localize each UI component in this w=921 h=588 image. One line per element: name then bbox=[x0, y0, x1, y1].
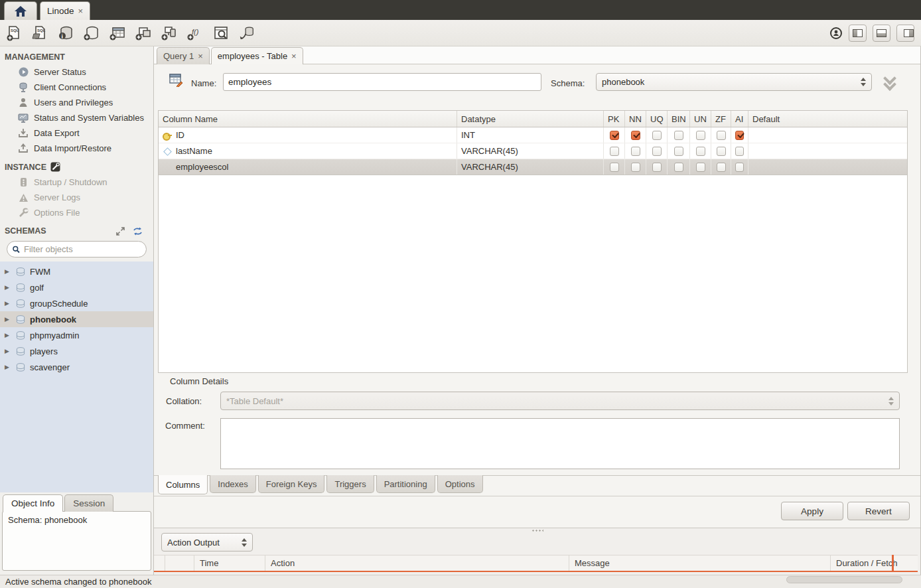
close-icon[interactable]: × bbox=[78, 8, 83, 15]
tab-options[interactable]: Options bbox=[437, 475, 483, 493]
new-sql-tab-icon[interactable]: SQL bbox=[5, 25, 23, 42]
zf-checkbox[interactable] bbox=[717, 163, 726, 172]
un-checkbox[interactable] bbox=[696, 163, 705, 172]
sidebar-item-server-logs[interactable]: Server Logs bbox=[0, 190, 153, 205]
output-view-select[interactable]: Action Output bbox=[161, 533, 253, 551]
reconnect-dbms-icon[interactable] bbox=[238, 25, 255, 42]
instance-section-header: INSTANCE bbox=[0, 156, 153, 175]
expander-icon[interactable]: ▶ bbox=[5, 316, 11, 323]
sidebar-item-system-variables[interactable]: Status and System Variables bbox=[0, 110, 153, 125]
svg-text:SQL: SQL bbox=[37, 29, 46, 33]
schema-icon bbox=[16, 331, 25, 340]
refresh-schemas-icon[interactable] bbox=[133, 227, 143, 236]
expander-icon[interactable]: ▶ bbox=[5, 364, 11, 370]
create-table-icon[interactable] bbox=[109, 25, 126, 42]
expander-icon[interactable]: ▶ bbox=[5, 284, 11, 291]
create-view-icon[interactable] bbox=[135, 25, 152, 42]
horizontal-scrollbar-thumb[interactable] bbox=[786, 576, 902, 583]
tab-columns[interactable]: Columns bbox=[158, 475, 208, 494]
zf-checkbox[interactable] bbox=[717, 147, 726, 156]
home-tab[interactable] bbox=[4, 1, 37, 20]
sidebar-item-server-status[interactable]: Server Status bbox=[0, 64, 153, 80]
search-table-data-icon[interactable] bbox=[212, 25, 230, 42]
bin-checkbox[interactable] bbox=[674, 147, 683, 156]
sidebar-item-client-connections[interactable]: Client Connections bbox=[0, 80, 153, 95]
nn-checkbox[interactable] bbox=[631, 163, 640, 172]
tab-partitioning[interactable]: Partitioning bbox=[376, 475, 435, 493]
name-label: Name: bbox=[191, 78, 216, 88]
uq-checkbox[interactable] bbox=[652, 163, 662, 172]
connection-tab[interactable]: Linode × bbox=[40, 1, 90, 20]
tab-foreign-keys[interactable]: Foreign Keys bbox=[258, 475, 325, 493]
collation-select[interactable]: *Table Default* bbox=[220, 392, 900, 410]
pk-checkbox[interactable] bbox=[610, 147, 619, 156]
expand-schemas-icon[interactable] bbox=[116, 227, 125, 236]
sidebar-item-data-import[interactable]: Data Import/Restore bbox=[0, 141, 153, 156]
sidebar-item-users-privileges[interactable]: Users and Privileges bbox=[0, 95, 153, 110]
pk-checkbox[interactable] bbox=[610, 131, 619, 140]
expander-icon[interactable]: ▶ bbox=[5, 332, 11, 338]
toggle-right-panel-icon[interactable] bbox=[896, 25, 914, 42]
expand-header-icon[interactable] bbox=[883, 75, 900, 90]
expander-icon[interactable]: ▶ bbox=[5, 348, 11, 354]
schema-item[interactable]: ▶ players bbox=[0, 343, 153, 359]
schema-item[interactable]: ▶ scavenger bbox=[0, 359, 153, 375]
table-row[interactable]: employeescolVARCHAR(45) bbox=[159, 159, 907, 175]
schema-item[interactable]: ▶ FWM bbox=[0, 263, 153, 279]
uq-checkbox[interactable] bbox=[652, 147, 662, 156]
options-file-icon bbox=[18, 208, 29, 218]
ai-checkbox[interactable] bbox=[735, 147, 744, 156]
create-function-icon[interactable]: f() bbox=[186, 25, 204, 42]
apply-button[interactable]: Apply bbox=[781, 502, 843, 520]
schema-icon bbox=[16, 299, 25, 308]
schema-filter-input[interactable] bbox=[24, 244, 141, 254]
schema-item-selected[interactable]: ▶ phonebook bbox=[0, 311, 153, 327]
columns-grid-header: Column Name Datatype PK NN UQ BIN UN ZF … bbox=[159, 111, 907, 127]
nn-checkbox[interactable] bbox=[631, 131, 640, 140]
tab-object-info[interactable]: Object Info bbox=[3, 494, 63, 512]
tab-triggers[interactable]: Triggers bbox=[326, 475, 374, 493]
ai-checkbox[interactable] bbox=[735, 163, 744, 172]
splitter-grip[interactable] bbox=[531, 529, 543, 532]
close-icon[interactable]: × bbox=[291, 53, 297, 60]
revert-button[interactable]: Revert bbox=[847, 502, 910, 520]
server-logs-icon bbox=[18, 192, 29, 203]
status-bar: Active schema changed to phonebook bbox=[0, 575, 921, 588]
bin-checkbox[interactable] bbox=[674, 131, 683, 140]
editor-tab-strip: Query 1 × employees - Table × bbox=[154, 46, 920, 64]
toggle-left-panel-icon[interactable] bbox=[849, 25, 867, 42]
create-procedure-icon[interactable] bbox=[161, 25, 178, 42]
create-schema-icon[interactable] bbox=[83, 25, 100, 42]
sidebar-item-data-export[interactable]: Data Export bbox=[0, 125, 153, 141]
nn-checkbox[interactable] bbox=[631, 147, 640, 156]
tab-query-1[interactable]: Query 1 × bbox=[157, 47, 210, 64]
tab-session[interactable]: Session bbox=[64, 494, 113, 512]
status-circle-icon[interactable] bbox=[829, 27, 843, 40]
schema-inspector-icon[interactable]: i bbox=[57, 25, 74, 42]
un-checkbox[interactable] bbox=[696, 147, 705, 156]
expander-icon[interactable]: ▶ bbox=[5, 300, 11, 307]
schema-item[interactable]: ▶ golf bbox=[0, 279, 153, 295]
comment-textarea[interactable] bbox=[220, 418, 900, 469]
un-checkbox[interactable] bbox=[696, 131, 705, 140]
uq-checkbox[interactable] bbox=[652, 131, 662, 140]
schema-item[interactable]: ▶ phpmyadmin bbox=[0, 327, 153, 343]
ai-checkbox[interactable] bbox=[735, 131, 744, 140]
tab-employees-table[interactable]: employees - Table × bbox=[211, 47, 303, 64]
schema-select[interactable]: phonebook bbox=[596, 73, 872, 91]
table-row[interactable]: IDINT bbox=[159, 127, 907, 143]
pk-checkbox[interactable] bbox=[610, 163, 619, 172]
tab-indexes[interactable]: Indexes bbox=[210, 475, 256, 493]
table-name-input[interactable] bbox=[223, 73, 541, 91]
zf-checkbox[interactable] bbox=[717, 131, 726, 140]
sidebar-item-startup-shutdown[interactable]: Startup / Shutdown bbox=[0, 175, 153, 190]
table-row[interactable]: lastNameVARCHAR(45) bbox=[159, 143, 907, 159]
sidebar-item-options-file[interactable]: Options File bbox=[0, 205, 153, 220]
column-datatype: INT bbox=[457, 127, 604, 143]
toggle-bottom-panel-icon[interactable] bbox=[873, 25, 890, 42]
expander-icon[interactable]: ▶ bbox=[5, 268, 11, 275]
open-sql-file-icon[interactable]: SQL bbox=[31, 25, 48, 42]
bin-checkbox[interactable] bbox=[674, 163, 683, 172]
close-icon[interactable]: × bbox=[198, 53, 203, 60]
schema-item[interactable]: ▶ groupSchedule bbox=[0, 295, 153, 311]
